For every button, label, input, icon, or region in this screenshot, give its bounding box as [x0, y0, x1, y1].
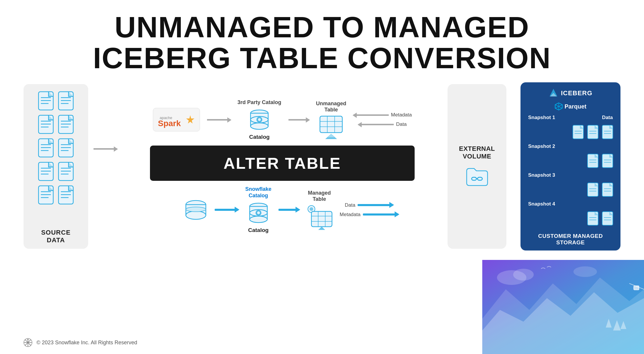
decorative-corner [482, 260, 644, 354]
iceberg-header: ICEBERG [548, 88, 592, 98]
managed-table-box: ManagedTable [306, 190, 333, 230]
svg-text:❄: ❄ [257, 211, 260, 215]
metadata-data-arrows-top: Metadata Data [353, 112, 412, 127]
page-root: UNMANAGED TO MANAGED ICEBERG TABLE CONVE… [0, 0, 644, 354]
catalog-icon-top: ❄ [249, 108, 270, 131]
bottom-flow: SnowflakeCatalog ❄ Catalog [122, 186, 442, 233]
managed-table-label: ManagedTable [308, 190, 331, 203]
snowflake-db-icon [184, 198, 208, 222]
file-icon [38, 162, 54, 181]
catalog-label-bottom: Catalog [248, 227, 269, 233]
svg-marker-55 [328, 134, 335, 137]
spark-box: apache Spark [153, 108, 200, 131]
external-volume-label: EXTERNAL VOLUME [459, 145, 495, 160]
arrow-source-to-spark [94, 148, 117, 150]
iceberg-icon [548, 88, 558, 98]
footer-copyright: © 2023 Snowflake Inc. All Rights Reserve… [36, 340, 137, 346]
svg-point-45 [251, 123, 268, 129]
svg-point-119 [513, 269, 534, 280]
diagram-area: SOURCE DATA apache Spark [0, 79, 644, 251]
iceberg-text: ICEBERG [561, 89, 592, 97]
data-label-bottom-text: Data [345, 202, 356, 208]
svg-rect-49 [320, 116, 342, 133]
snapshot-4-label: Snapshot 4 [528, 201, 555, 207]
file-icon [38, 185, 54, 205]
spark-logo: apache Spark [157, 111, 196, 128]
snapshot-1-label: Snapshot 1 [528, 115, 555, 121]
snowflake-catalog-box: SnowflakeCatalog ❄ Catalog [245, 186, 271, 233]
catalog-label-top: Catalog [249, 134, 270, 140]
snapshot-row-3: Snapshot 3 [526, 172, 615, 178]
title-area: UNMANAGED TO MANAGED ICEBERG TABLE CONVE… [0, 0, 644, 79]
data-metadata-arrows-bottom: Data Metadata [340, 202, 398, 218]
file-icon [38, 91, 54, 111]
snapshot-file-icon [602, 153, 613, 168]
snapshot-2-label: Snapshot 2 [528, 143, 555, 149]
file-icon [58, 91, 74, 111]
snapshot-file-icon [587, 211, 599, 226]
snapshot-file-icon [602, 211, 613, 226]
file-icon [38, 115, 54, 134]
third-party-catalog-box: 3rd Party Catalog ❄ Catalog [238, 99, 281, 141]
snapshot-row-1: Snapshot 1 Data [526, 115, 615, 121]
snowflake-footer-icon [24, 338, 32, 347]
top-flow: apache Spark 3rd Party Catalog [122, 99, 442, 141]
file-icon [58, 185, 74, 205]
arrow-spark-to-catalog-top [207, 119, 231, 121]
svg-point-67 [310, 207, 313, 211]
flows-container: apache Spark 3rd Party Catalog [122, 99, 442, 234]
svg-rect-117 [634, 286, 639, 290]
customer-managed-label: CUSTOMER MANAGED STORAGE [538, 233, 603, 246]
metadata-label-bottom-text: Metadata [340, 212, 361, 218]
svg-text:❄: ❄ [258, 117, 261, 122]
external-volume-box: EXTERNAL VOLUME [448, 84, 506, 249]
arrow-catalog-to-table-top [288, 119, 309, 121]
snapshot-file-icon [587, 182, 599, 197]
snowflake-db-icon-box [184, 198, 208, 222]
parquet-text: Parquet [565, 103, 586, 110]
svg-point-120 [573, 266, 597, 277]
file-icon [58, 162, 74, 181]
customer-storage-box: ICEBERG Parquet Snapshot 1 Data [520, 82, 620, 251]
footer: © 2023 Snowflake Inc. All Rights Reserve… [24, 338, 137, 347]
arrow-catalog-to-table-bottom [278, 209, 299, 211]
page-title: UNMANAGED TO MANAGED ICEBERG TABLE CONVE… [0, 12, 644, 74]
file-icon [58, 138, 74, 158]
snapshot-file-icon [587, 125, 599, 139]
svg-marker-73 [317, 227, 327, 230]
svg-rect-68 [311, 211, 332, 227]
snapshot-row-2: Snapshot 2 [526, 143, 615, 149]
file-icon [58, 115, 74, 134]
svg-point-62 [250, 216, 267, 223]
parquet-label-area: Parquet [555, 102, 586, 111]
third-party-catalog-label-top: 3rd Party Catalog [238, 99, 281, 106]
unmanaged-table-icon [319, 116, 343, 139]
unmanaged-table-label: UnmanagedTable [316, 101, 346, 113]
parquet-icon [555, 102, 563, 111]
mountain-scene [482, 260, 644, 354]
svg-text:Spark: Spark [158, 119, 181, 128]
svg-point-59 [186, 207, 206, 212]
snapshot-file-icon [602, 182, 613, 197]
svg-point-58 [186, 211, 206, 219]
snowflake-catalog-icon: ❄ [248, 201, 269, 225]
unmanaged-table-box: UnmanagedTable [316, 101, 346, 139]
snapshot-row-4: Snapshot 4 [526, 201, 615, 207]
snapshot-1-data-label: Data [602, 115, 613, 121]
source-data-label: SOURCE DATA [41, 229, 71, 244]
metadata-label-top: Metadata [391, 112, 412, 118]
svg-marker-42 [186, 115, 194, 123]
managed-table-icon [306, 205, 333, 230]
external-volume-icon [465, 164, 489, 188]
snapshot-file-icon [602, 125, 613, 139]
snowflake-catalog-label: SnowflakeCatalog [245, 186, 271, 199]
snapshot-file-icon [587, 153, 599, 168]
arrow-db-to-catalog-bottom [215, 209, 238, 211]
snapshot-file-icon [572, 125, 584, 139]
data-label-top: Data [396, 121, 407, 127]
snapshot-3-label: Snapshot 3 [528, 172, 555, 178]
source-data-box: SOURCE DATA [24, 84, 88, 249]
alter-table-banner: ALTER TABLE [150, 146, 415, 181]
file-icon [38, 138, 54, 158]
